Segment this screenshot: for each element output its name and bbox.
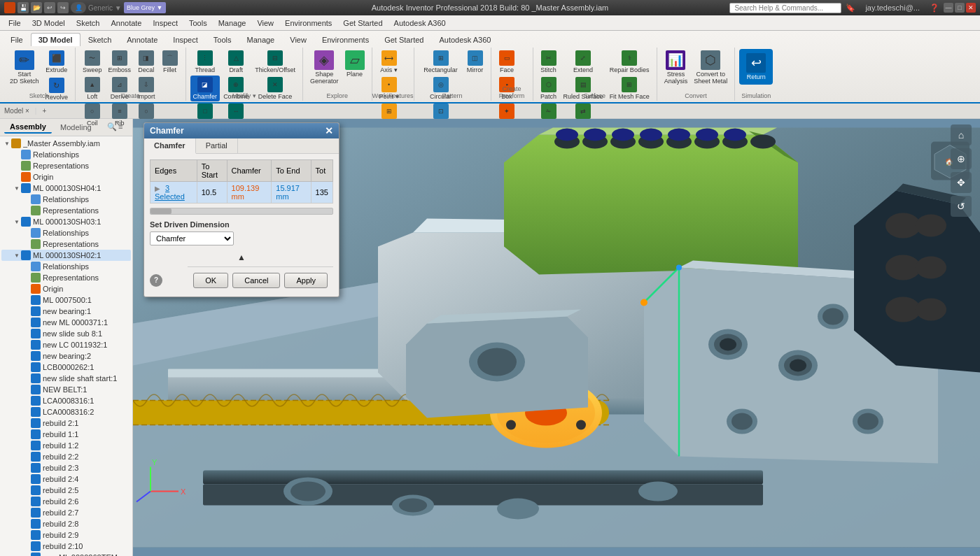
tree-item[interactable]: rebuild 2:4 bbox=[1, 473, 131, 485]
tree-item[interactable]: ▼_Master Assembly.iam bbox=[1, 138, 131, 149]
tree-item[interactable]: rebuild 1:2 bbox=[1, 440, 131, 451]
ribbon-tab-file[interactable]: File bbox=[3, 33, 31, 46]
menu-item-environments[interactable]: Environments bbox=[279, 17, 337, 29]
tree-item[interactable]: Relationships bbox=[1, 194, 131, 205]
dialog-tab-chamfer[interactable]: Chamfer bbox=[144, 138, 196, 154]
quick-open-btn[interactable]: 📂 bbox=[31, 2, 42, 13]
apply-button[interactable]: Apply bbox=[284, 273, 328, 288]
repair-bodies-btn[interactable]: ⚕Repair Bodies bbox=[607, 49, 652, 75]
stress-analysis-btn[interactable]: 📊 StressAnalysis bbox=[662, 49, 691, 86]
menu-item-manage[interactable]: Manage bbox=[213, 17, 252, 29]
tree-item[interactable]: LCB0000262:1 bbox=[1, 362, 131, 373]
decal-btn[interactable]: ◨Decal bbox=[134, 49, 158, 75]
tree-item[interactable]: rebuild 2:8 bbox=[1, 518, 131, 529]
quick-undo-btn[interactable]: ↩ bbox=[44, 2, 55, 13]
ribbon-tab-environments[interactable]: Environments bbox=[314, 33, 377, 46]
tree-item[interactable]: Origin bbox=[1, 171, 131, 183]
orbit-btn[interactable]: ↺ bbox=[951, 196, 972, 217]
tree-item[interactable]: ▼ML 0000130SH04:1 bbox=[1, 183, 131, 194]
table-row[interactable]: ▶ 3 Selected 10.5 109.139 mm 15.917 mm 1… bbox=[150, 182, 333, 204]
ribbon-tab-annotate[interactable]: Annotate bbox=[119, 33, 165, 46]
dialog-expand-arrow[interactable]: ▲ bbox=[144, 251, 339, 264]
tree-item[interactable]: LCA0008316:2 bbox=[1, 406, 131, 418]
tree-item[interactable]: rebuild 2:3 bbox=[1, 462, 131, 473]
rectangular-btn[interactable]: ⊞Rectangular bbox=[419, 49, 463, 75]
tree-item[interactable]: Representations bbox=[1, 272, 131, 283]
face-btn[interactable]: ▭Face bbox=[496, 49, 519, 75]
quick-save-btn[interactable]: 💾 bbox=[18, 2, 29, 13]
tree-item[interactable]: rebuild 2:2 bbox=[1, 451, 131, 462]
ribbon-tab-view[interactable]: View bbox=[282, 33, 314, 46]
rib-btn[interactable]: ≡Rib bbox=[106, 102, 134, 128]
dialog-tab-partial[interactable]: Partial bbox=[196, 138, 238, 153]
tree-item[interactable]: new slide sub 8:1 bbox=[1, 328, 131, 339]
tree-item[interactable]: rebuild 1:1 bbox=[1, 429, 131, 440]
tree-item[interactable]: rebuild 2:9 bbox=[1, 529, 131, 541]
tree-item[interactable]: Representations bbox=[1, 205, 131, 216]
menu-item-tools[interactable]: Tools bbox=[183, 17, 213, 29]
start-2d-sketch-btn[interactable]: ✏ Start2D Sketch bbox=[7, 49, 42, 86]
tree-item[interactable]: ▼ML 0000130SH03:1 bbox=[1, 216, 131, 227]
cancel-button[interactable]: Cancel bbox=[232, 273, 280, 288]
close-button[interactable]: ✕ bbox=[966, 3, 976, 13]
thicken-btn[interactable]: ⊟Thicken/Offset bbox=[252, 49, 298, 75]
tree-item[interactable]: Relationships bbox=[1, 227, 131, 238]
tree-item[interactable]: rebuild 2:1 bbox=[1, 418, 131, 429]
shape-gen-btn[interactable]: ◈ ShapeGenerator bbox=[307, 49, 342, 86]
sidebar-tab-assembly[interactable]: Assembly bbox=[4, 121, 52, 134]
menu-item-inspect[interactable]: Inspect bbox=[148, 17, 183, 29]
extend-btn[interactable]: ⤢Extend bbox=[561, 49, 606, 75]
stitch-btn[interactable]: ✂Stitch bbox=[538, 49, 560, 75]
tree-item[interactable]: Relationships bbox=[1, 149, 131, 160]
tree-item[interactable]: Origin bbox=[1, 283, 131, 294]
menu-item-sketch[interactable]: Sketch bbox=[71, 17, 106, 29]
return-btn[interactable]: ↩ Return bbox=[739, 49, 773, 85]
axis-btn[interactable]: ⟷Axis ▾ bbox=[377, 49, 402, 75]
sweep-btn[interactable]: 〜Sweep bbox=[80, 49, 105, 75]
tree-item[interactable]: rebuild 2:5 bbox=[1, 485, 131, 496]
menu-item-file[interactable]: File bbox=[3, 17, 27, 29]
tree-item[interactable]: new bearing:2 bbox=[1, 350, 131, 362]
viewport[interactable]: X Y Z 🏠 Chamfer ✕ Chamfer Partial bbox=[133, 119, 980, 556]
help-icon[interactable]: ❓ bbox=[930, 3, 939, 13]
ribbon-tab-inspect[interactable]: Inspect bbox=[165, 33, 205, 46]
minimize-button[interactable]: — bbox=[944, 3, 953, 13]
tree-item[interactable]: LCA0008316:1 bbox=[1, 395, 131, 406]
fillet-btn[interactable]: ⌒Fillet bbox=[159, 49, 181, 75]
tree-item[interactable]: rebuild 2:6 bbox=[1, 496, 131, 507]
tree-item[interactable]: Relationships bbox=[1, 261, 131, 272]
plane-btn[interactable]: ▱ Plane bbox=[342, 49, 368, 79]
quick-redo-btn[interactable]: ↪ bbox=[57, 2, 69, 13]
zoom-btn[interactable]: ⊕ bbox=[951, 148, 972, 169]
menu-item-get-started[interactable]: Get Started bbox=[337, 17, 388, 29]
tree-item[interactable]: ▼ML 0000130SH02:1 bbox=[1, 250, 131, 261]
tree-item[interactable]: rebuild 2:10 bbox=[1, 541, 131, 552]
menu-item-annotate[interactable]: Annotate bbox=[105, 17, 147, 29]
ribbon-tab-autodesk-a360[interactable]: Autodesk A360 bbox=[431, 33, 498, 46]
tree-item[interactable]: NEW BELT:1 bbox=[1, 384, 131, 395]
ribbon-tab-sketch[interactable]: Sketch bbox=[80, 33, 120, 46]
menu-item-autodesk-a360[interactable]: Autodesk A360 bbox=[388, 17, 451, 29]
ribbon-tab-get-started[interactable]: Get Started bbox=[377, 33, 431, 46]
tree-item[interactable]: Representations bbox=[1, 160, 131, 171]
convert-sheet-metal-btn[interactable]: ⬡ Convert toSheet Metal bbox=[691, 49, 730, 86]
menu-item-view[interactable]: View bbox=[251, 17, 279, 29]
help-button[interactable]: ? bbox=[150, 274, 162, 287]
ribbon-tab-3d-model[interactable]: 3D Model bbox=[31, 33, 80, 46]
mirror-btn[interactable]: ◫Mirror bbox=[464, 49, 486, 75]
tree-item[interactable]: new bearing:1 bbox=[1, 306, 131, 317]
maximize-button[interactable]: □ bbox=[955, 3, 965, 13]
ribbon-tab-tools[interactable]: Tools bbox=[206, 33, 239, 46]
tree-item[interactable]: ML 0007500:1 bbox=[1, 294, 131, 306]
tree-item[interactable]: new slide shaft start:1 bbox=[1, 373, 131, 384]
extrude-btn[interactable]: ⬛ Extrude bbox=[43, 49, 71, 75]
emboss-btn[interactable]: ⊞Emboss bbox=[106, 49, 134, 75]
tree-item[interactable]: Representations bbox=[1, 238, 131, 250]
tree-item[interactable]: new ML 0000262TEMP:1 bbox=[1, 552, 131, 556]
draft-btn[interactable]: △Draft bbox=[220, 49, 251, 75]
menu-item-3d-model[interactable]: 3D Model bbox=[27, 17, 71, 29]
pan-btn[interactable]: ✥ bbox=[951, 172, 972, 193]
dialog-scrollbar[interactable] bbox=[150, 208, 333, 215]
tree-item[interactable]: rebuild 2:7 bbox=[1, 507, 131, 518]
tree-item[interactable]: new ML 0000371:1 bbox=[1, 317, 131, 328]
